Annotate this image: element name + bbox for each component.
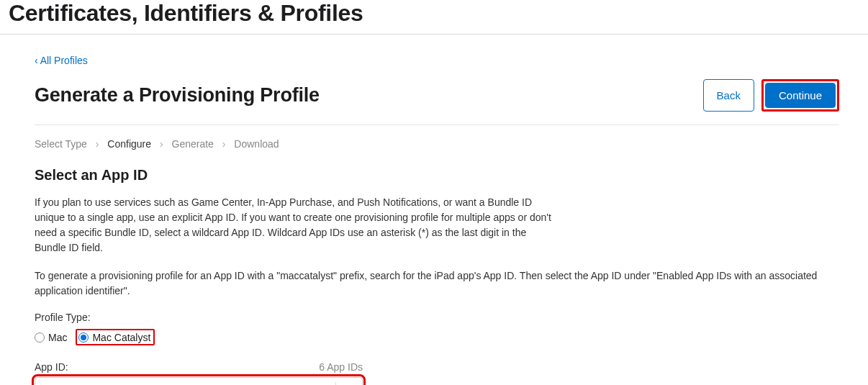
wizard-steps: Select Type › Configure › Generate › Dow…	[35, 125, 839, 167]
chevron-left-icon: ‹	[35, 55, 38, 66]
chevron-right-icon: ›	[154, 138, 169, 150]
back-link[interactable]: ‹All Profiles	[35, 55, 88, 66]
app-id-label: App ID:	[35, 361, 68, 373]
title-row: Generate a Provisioning Profile Back Con…	[35, 79, 839, 125]
continue-highlight: Continue	[761, 79, 839, 112]
radio-mac-label: Mac	[48, 332, 67, 343]
page-header: Certificates, Identifiers & Profiles	[0, 0, 868, 35]
chevron-right-icon: ›	[217, 138, 232, 150]
mac-catalyst-highlight: Mac Catalyst	[76, 329, 155, 345]
content-area: ‹All Profiles Generate a Provisioning Pr…	[0, 35, 868, 385]
divider	[335, 382, 336, 385]
back-button[interactable]: Back	[703, 79, 754, 112]
app-id-dropdown[interactable]: MyMauiApp (com.mycompany.mymauiapp) ✕	[35, 377, 363, 385]
step-configure: Configure	[107, 138, 151, 150]
wizard-title: Generate a Provisioning Profile	[35, 84, 320, 107]
section-heading: Select an App ID	[35, 167, 839, 184]
chevron-right-icon: ›	[90, 138, 105, 150]
radio-mac[interactable]: Mac	[35, 332, 67, 343]
profile-type-label: Profile Type:	[35, 312, 839, 323]
continue-button[interactable]: Continue	[765, 83, 836, 108]
page-title: Certificates, Identifiers & Profiles	[9, 0, 859, 27]
dropdown-icons: ✕	[315, 382, 356, 385]
step-generate: Generate	[172, 138, 214, 150]
app-id-header: App ID: 6 App IDs	[35, 361, 363, 373]
description-para-2: To generate a provisioning profile for a…	[35, 268, 839, 299]
step-download: Download	[234, 138, 279, 150]
app-id-count: 6 App IDs	[319, 361, 363, 373]
app-id-dropdown-wrap: MyMauiApp (com.mycompany.mymauiapp) ✕	[35, 377, 839, 385]
radio-checked-icon	[78, 332, 89, 343]
step-select-type: Select Type	[35, 138, 87, 150]
radio-unchecked-icon	[35, 332, 45, 343]
radio-mac-catalyst[interactable]: Mac Catalyst	[78, 332, 150, 343]
action-buttons: Back Continue	[703, 79, 839, 112]
back-link-label: All Profiles	[40, 55, 88, 66]
profile-type-group: Mac Mac Catalyst	[35, 329, 839, 345]
breadcrumb: ‹All Profiles	[35, 55, 839, 66]
radio-mac-catalyst-label: Mac Catalyst	[92, 332, 150, 343]
description-para-1: If you plan to use services such as Game…	[35, 195, 553, 255]
